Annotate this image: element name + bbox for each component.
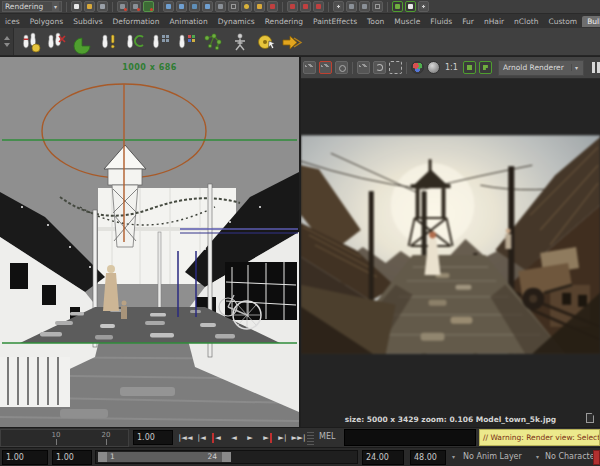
grid-snap-icon[interactable] xyxy=(215,1,226,12)
bullet-ragdoll-icon[interactable] xyxy=(235,33,245,49)
bullet-collider-icon[interactable] xyxy=(74,38,90,54)
shelf-tab-bullet[interactable]: Bullet xyxy=(582,16,600,27)
shelf-tab-dynamics[interactable]: Dynamics xyxy=(213,16,260,27)
command-feedback-warning[interactable]: // Warning: Render view: Selected region xyxy=(479,429,600,446)
pause-ipr-icon[interactable] xyxy=(591,62,600,73)
shelf-tab-ncloth[interactable]: nCloth xyxy=(509,16,543,27)
range-slider-bar[interactable]: 1 24 xyxy=(98,452,231,462)
snap-magnet-2-icon[interactable] xyxy=(300,1,311,12)
range-end-handle[interactable] xyxy=(222,452,231,462)
ipr-render-icon[interactable] xyxy=(359,1,370,12)
bullet-set-icon[interactable] xyxy=(153,35,169,48)
bullet-rigid-body-icon[interactable] xyxy=(23,33,40,52)
bullet-export-icon[interactable] xyxy=(283,36,301,49)
playback-end-field[interactable]: 24.00 xyxy=(362,450,404,465)
shelf-tab-fluids[interactable]: Fluids xyxy=(425,16,457,27)
range-start-handle[interactable] xyxy=(98,452,107,462)
help-icon[interactable] xyxy=(241,1,252,12)
snap-to-grid-icon[interactable] xyxy=(117,1,128,12)
shelf-tab-surfaces[interactable]: ices xyxy=(0,16,25,27)
animation-start-field[interactable]: 1.00 xyxy=(2,450,48,465)
snap-magnet-1-icon[interactable] xyxy=(287,1,298,12)
grid-dots-icon[interactable] xyxy=(418,1,429,12)
select-object-icon[interactable] xyxy=(176,1,187,12)
go-to-end-button[interactable]: ►►| xyxy=(291,430,306,446)
play-forwards-button[interactable]: ► xyxy=(243,430,258,446)
viewport-scene[interactable] xyxy=(0,57,299,428)
rgb-channels-icon[interactable] xyxy=(411,61,424,74)
time-slider[interactable]: 10 20 xyxy=(0,429,129,447)
play-backwards-button[interactable]: ◄ xyxy=(226,430,241,446)
render-frame-icon[interactable] xyxy=(346,1,357,12)
tick-mark xyxy=(56,439,57,445)
viewport-renderer-icon[interactable] xyxy=(405,1,416,12)
bullet-color-set-icon[interactable] xyxy=(179,35,195,48)
bullet-soft-body-icon[interactable] xyxy=(48,33,65,48)
save-scene-icon[interactable] xyxy=(97,1,108,12)
child-figure[interactable] xyxy=(121,301,127,320)
bullet-membership-icon[interactable] xyxy=(127,35,143,48)
renderer-dropdown[interactable]: Arnold Renderer ▾ xyxy=(498,60,584,76)
go-to-start-button[interactable]: |◄◄ xyxy=(178,430,193,446)
shelf-tab-custom[interactable]: Custom xyxy=(543,16,582,27)
shelf-tab-nhair[interactable]: nHair xyxy=(479,16,509,27)
range-slider[interactable]: 1 24 xyxy=(95,450,358,464)
shelf-tab-deformation[interactable]: Deformation xyxy=(108,16,165,27)
open-scene-icon[interactable] xyxy=(84,1,95,12)
shelf-tab-polygons[interactable]: Polygons xyxy=(25,16,68,27)
render-region-icon[interactable] xyxy=(389,61,402,74)
bullet-constraint-icon[interactable] xyxy=(102,35,114,48)
alpha-channel-icon[interactable] xyxy=(427,61,440,74)
keep-image-icon[interactable] xyxy=(463,61,476,74)
range-start-label: 1 xyxy=(110,452,115,461)
shelf-tab-subdivs[interactable]: Subdivs xyxy=(68,16,107,27)
shelf-tab-rendering[interactable]: Rendering xyxy=(260,16,308,27)
viewport-panel[interactable]: 1000 x 686 xyxy=(0,57,299,428)
render-view-icon[interactable] xyxy=(333,1,344,12)
remove-image-icon[interactable] xyxy=(479,61,492,74)
shelf-tab-toon[interactable]: Toon xyxy=(362,16,389,27)
select-component-icon[interactable] xyxy=(189,1,200,12)
current-time-field[interactable]: 1.00 xyxy=(133,430,173,445)
shelf-tab-painteffects[interactable]: PaintEffects xyxy=(308,16,362,27)
construction-history-icon[interactable] xyxy=(392,1,403,12)
highlight-icon[interactable] xyxy=(267,1,278,12)
selection-mask-icon[interactable] xyxy=(228,1,239,12)
step-back-frame-button[interactable]: |◄ xyxy=(194,430,209,446)
lock-icon[interactable] xyxy=(254,1,265,12)
anim-layer-selector[interactable]: No Anim Layer xyxy=(463,452,522,461)
mel-label[interactable]: MEL xyxy=(319,432,335,441)
ipr-render-icon[interactable] xyxy=(357,61,370,74)
make-live-icon[interactable] xyxy=(202,1,213,12)
shelf-tab-animation[interactable]: Animation xyxy=(164,16,212,27)
refresh-ipr-icon[interactable] xyxy=(373,61,386,74)
shelf-toggle[interactable] xyxy=(0,28,14,55)
render-canvas[interactable] xyxy=(301,79,600,410)
anim-layer-caret-icon[interactable]: ▾ xyxy=(452,453,455,460)
shelf-tab-fur[interactable]: Fur xyxy=(457,16,479,27)
new-scene-icon[interactable] xyxy=(71,1,82,12)
bullet-joints-icon[interactable] xyxy=(205,33,221,49)
playback-start-field[interactable]: 1.00 xyxy=(52,450,92,465)
command-line-input[interactable] xyxy=(344,429,476,446)
shelf-tab-muscle[interactable]: Muscle xyxy=(389,16,425,27)
animation-end-field[interactable]: 48.00 xyxy=(410,450,446,465)
select-hierarchy-icon[interactable] xyxy=(163,1,174,12)
redo-previous-render-icon[interactable] xyxy=(319,61,332,74)
character-set-caret-icon[interactable]: ▾ xyxy=(536,453,539,460)
snap-magnet-3-icon[interactable] xyxy=(313,1,324,12)
render-settings-icon[interactable] xyxy=(372,1,383,12)
command-line-drag-handle[interactable] xyxy=(307,431,314,445)
snap-to-curve-icon[interactable] xyxy=(130,1,141,12)
character-set-selector[interactable]: No Character Set xyxy=(545,452,600,461)
auto-keyframe-toggle[interactable] xyxy=(593,450,600,465)
step-back-key-button[interactable]: ◄ xyxy=(210,430,225,446)
bullet-interactive-playback-icon[interactable] xyxy=(259,35,276,48)
step-forward-key-button[interactable]: ► xyxy=(259,430,274,446)
one-to-one-button[interactable]: 1:1 xyxy=(443,63,460,72)
snapshot-icon[interactable] xyxy=(335,61,348,74)
snap-to-point-icon[interactable] xyxy=(143,1,154,12)
step-forward-frame-button[interactable]: ►| xyxy=(275,430,290,446)
menu-set-selector[interactable]: Rendering ▾ xyxy=(2,1,62,12)
render-icon[interactable] xyxy=(303,61,316,74)
